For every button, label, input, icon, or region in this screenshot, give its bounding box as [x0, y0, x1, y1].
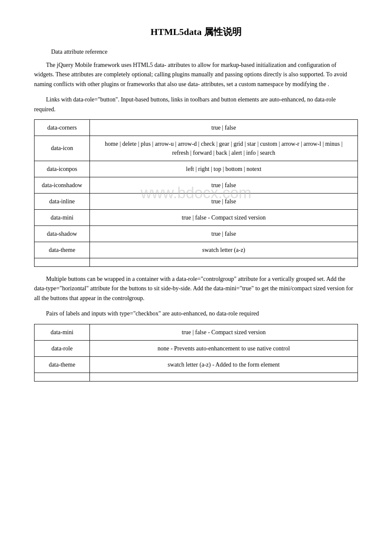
attr-cell: data-icon [35, 136, 90, 161]
value-cell: true | false - Compact sized version [90, 209, 358, 225]
table-row: data-theme swatch letter (a-z) - Added t… [35, 356, 358, 373]
table-row: data-mini true | false - Compact sized v… [35, 324, 358, 340]
value-cell: swatch letter (a-z) - Added to the form … [90, 356, 358, 373]
value-cell: true | false [90, 225, 358, 242]
table1: data-corners true | false data-icon home… [34, 119, 358, 267]
table2: data-mini true | false - Compact sized v… [34, 324, 358, 382]
value-cell: true | false [90, 177, 358, 193]
table-row-empty [35, 373, 358, 381]
attr-cell-empty [35, 258, 90, 266]
attr-cell: data-mini [35, 209, 90, 225]
table-row: data-role none - Prevents auto-enhanceme… [35, 340, 358, 356]
value-cell-empty [90, 258, 358, 266]
table-row: data-inline true | false [35, 193, 358, 209]
page-title: HTML5data 属性说明 [34, 26, 358, 38]
attr-cell: data-theme [35, 242, 90, 258]
table-row: data-theme swatch letter (a-z) [35, 242, 358, 258]
pairs-intro: Pairs of labels and inputs with type="ch… [34, 309, 358, 318]
value-cell: swatch letter (a-z) [90, 242, 358, 258]
attr-cell: data-shadow [35, 225, 90, 242]
attr-cell: data-corners [35, 119, 90, 136]
table-row: data-iconshadow true | false [35, 177, 358, 193]
value-cell: true | false - Compact sized version [90, 324, 358, 340]
attr-cell: data-inline [35, 193, 90, 209]
controlgroup-paragraph: Multiple buttons can be wrapped in a con… [34, 275, 358, 303]
attr-cell: data-iconshadow [35, 177, 90, 193]
value-cell: left | right | top | bottom | notext [90, 161, 358, 177]
table-row: data-icon home | delete | plus | arrow-u… [35, 136, 358, 161]
value-cell-empty [90, 373, 358, 381]
value-cell: none - Prevents auto-enhancement to use … [90, 340, 358, 356]
links-intro: Links with data-role="button". Input-bas… [34, 95, 358, 114]
table1-container: www.bdocx.com data-corners true | false … [34, 119, 358, 267]
table-row-empty [35, 258, 358, 266]
intro-paragraph: The jQuery Mobile framework uses HTML5 d… [34, 61, 358, 89]
table-row: data-iconpos left | right | top | bottom… [35, 161, 358, 177]
value-cell: true | false [90, 119, 358, 136]
value-cell: home | delete | plus | arrow-u | arrow-d… [90, 136, 358, 161]
attr-cell: data-theme [35, 356, 90, 373]
value-cell: true | false [90, 193, 358, 209]
table-row: data-shadow true | false [35, 225, 358, 242]
attr-cell: data-role [35, 340, 90, 356]
subtitle: Data attribute reference [51, 49, 358, 55]
table-row: data-corners true | false [35, 119, 358, 136]
attr-cell: data-mini [35, 324, 90, 340]
attr-cell: data-iconpos [35, 161, 90, 177]
table-row: data-mini true | false - Compact sized v… [35, 209, 358, 225]
attr-cell-empty [35, 373, 90, 381]
